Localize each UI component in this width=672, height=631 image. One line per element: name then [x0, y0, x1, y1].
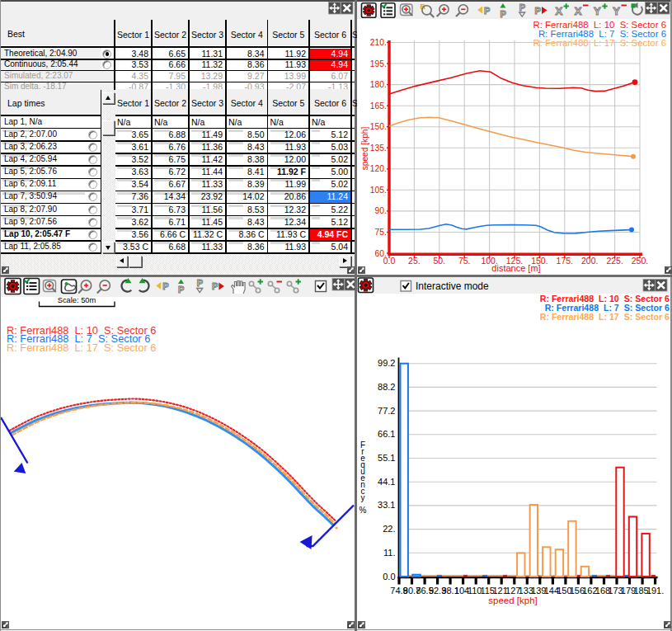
svg-text:120.: 120.: [370, 164, 387, 173]
svg-text:75.: 75.: [374, 228, 386, 237]
svg-text:Y: Y: [613, 5, 620, 17]
svg-text:44.1: 44.1: [378, 476, 395, 486]
svg-text:66.1: 66.1: [378, 429, 395, 439]
svg-text:99.2: 99.2: [378, 358, 395, 368]
svg-text:Scale: 50m: Scale: 50m: [58, 295, 96, 304]
svg-text:210.: 210.: [370, 38, 387, 47]
svg-text:P: P: [535, 6, 541, 16]
svg-text:X: X: [556, 5, 563, 17]
svg-text:R: Ferrari488 L: 17 S: Secto: R: Ferrari488 L: 17 S: Sector 6: [7, 341, 156, 353]
svg-text:P: P: [162, 281, 168, 291]
svg-text:P: P: [519, 2, 525, 12]
svg-text:33.1: 33.1: [378, 500, 395, 510]
svg-text:0.0: 0.0: [383, 571, 395, 581]
svg-text:R: Ferrari488 L: 10 S: Secto: R: Ferrari488 L: 10 S: Sector 6: [540, 293, 670, 303]
svg-text:X: X: [575, 5, 582, 17]
svg-text:195.: 195.: [370, 59, 387, 68]
svg-text:135.: 135.: [370, 144, 387, 153]
svg-text:%: %: [359, 506, 367, 515]
svg-text:77.2: 77.2: [378, 405, 395, 415]
svg-text:105.: 105.: [370, 186, 387, 195]
svg-text:y: y: [361, 493, 365, 502]
svg-text:11.: 11.: [383, 547, 395, 557]
svg-text:150.: 150.: [370, 122, 387, 131]
svg-text:P: P: [500, 9, 505, 19]
svg-text:22.: 22.: [383, 524, 395, 534]
svg-text:speed [kph]: speed [kph]: [360, 127, 369, 171]
svg-text:P: P: [178, 285, 184, 294]
svg-text:90.: 90.: [374, 206, 386, 215]
svg-text:P: P: [197, 278, 203, 288]
svg-text:165.: 165.: [370, 101, 387, 111]
svg-text:88.2: 88.2: [378, 381, 395, 391]
svg-text:R: Ferrari488 L: 7 S: Sector: R: Ferrari488 L: 7 S: Sector 6: [545, 303, 670, 313]
svg-text:180.: 180.: [370, 80, 387, 89]
svg-text:P: P: [212, 281, 218, 291]
svg-text:55.1: 55.1: [378, 453, 395, 463]
svg-text:R: Ferrari488 L: 17 S: Secto: R: Ferrari488 L: 17 S: Sector 6: [540, 312, 670, 322]
svg-text:speed [kph]: speed [kph]: [488, 595, 537, 605]
svg-text:191.: 191.: [646, 586, 664, 596]
svg-text:Interactive mode: Interactive mode: [416, 280, 489, 292]
svg-text:P: P: [484, 6, 490, 16]
svg-text:Y: Y: [594, 5, 601, 17]
